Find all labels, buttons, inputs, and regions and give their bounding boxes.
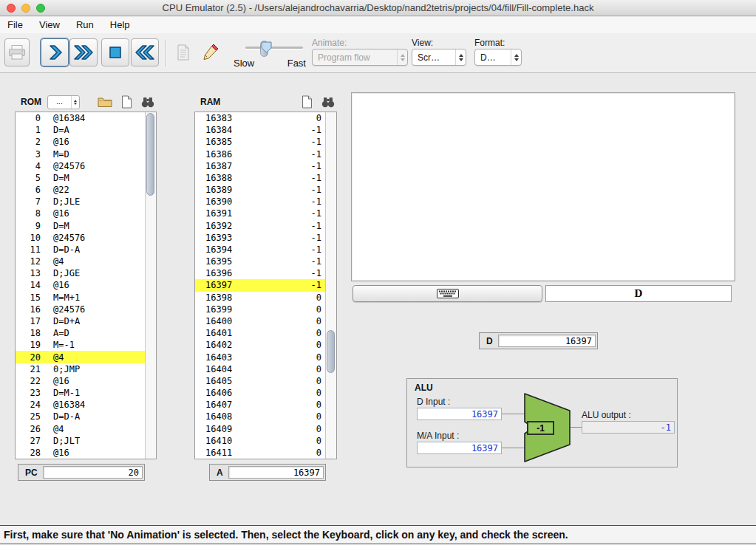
ram-scrollbar[interactable] — [325, 112, 336, 459]
rom-scrollbar[interactable] — [145, 112, 156, 459]
rom-row-address: 20 — [16, 352, 41, 363]
ram-row[interactable]: 164080 — [195, 411, 325, 422]
rom-row[interactable]: 27D;JLT — [16, 435, 145, 447]
ram-row[interactable]: 16386-1 — [195, 148, 325, 160]
animate-select[interactable]: Program flow — [312, 49, 408, 66]
pc-value-field[interactable]: 20 — [43, 466, 143, 479]
rom-row[interactable]: 2@16 — [16, 136, 145, 148]
screen-display — [351, 92, 735, 281]
rom-row[interactable]: 11D=D-A — [16, 244, 145, 256]
ram-row-address: 16403 — [205, 352, 232, 363]
ram-row-value: -1 — [311, 196, 321, 207]
print-button[interactable] — [4, 38, 30, 66]
ram-search-button[interactable] — [319, 95, 337, 109]
ram-row[interactable]: 163980 — [195, 292, 325, 304]
single-step-button[interactable] — [41, 38, 69, 66]
rom-row[interactable]: 8@16 — [16, 208, 145, 219]
rom-row[interactable]: 18A=D — [16, 327, 145, 339]
menu-help[interactable]: Help — [102, 17, 138, 33]
rom-row[interactable]: 13D;JGE — [16, 267, 145, 279]
ram-row[interactable]: 16397-1 — [195, 279, 325, 291]
ram-row[interactable]: 163990 — [195, 304, 325, 315]
rom-row[interactable]: 210;JMP — [16, 363, 145, 375]
ram-row[interactable]: 16385-1 — [195, 136, 325, 148]
rom-row[interactable]: 0@16384 — [16, 112, 145, 124]
a-value-field[interactable]: 16397 — [228, 466, 324, 479]
ram-row[interactable]: 163830 — [195, 112, 325, 124]
ram-row[interactable]: 164090 — [195, 422, 325, 434]
menu-file[interactable]: File — [7, 17, 31, 33]
d-value-field[interactable]: 16397 — [498, 335, 596, 347]
rom-row[interactable]: 19M=-1 — [16, 339, 145, 351]
ram-row[interactable]: 164000 — [195, 315, 325, 327]
rom-row[interactable]: 6@22 — [16, 184, 145, 196]
ram-row[interactable]: 164060 — [195, 387, 325, 399]
slider-thumb[interactable] — [260, 41, 268, 57]
ram-row-address: 16383 — [205, 113, 232, 123]
ram-row[interactable]: 16387-1 — [195, 160, 325, 172]
rom-row[interactable]: 5D=M — [16, 172, 145, 184]
rom-row[interactable]: 23D=M-1 — [16, 387, 145, 399]
rom-row[interactable]: 14@16 — [16, 279, 145, 291]
edit-breakpoints-button[interactable] — [198, 41, 222, 64]
ram-row[interactable]: 16390-1 — [195, 196, 325, 208]
ram-row[interactable]: 164020 — [195, 339, 325, 351]
rom-row[interactable]: 3M=D — [16, 148, 145, 160]
view-select[interactable]: Scr… — [412, 49, 466, 66]
rom-row[interactable]: 1D=A — [16, 124, 145, 136]
rom-search-button[interactable] — [139, 95, 157, 109]
ram-row[interactable]: 16384-1 — [195, 124, 325, 136]
rom-row[interactable]: 22@16 — [16, 375, 145, 387]
ram-row[interactable]: 164040 — [195, 363, 325, 375]
rom-row[interactable]: 20@4 — [16, 351, 145, 363]
ram-scrollbar-thumb[interactable] — [327, 330, 335, 373]
rom-row[interactable]: 15M=M+1 — [16, 292, 145, 304]
menu-run[interactable]: Run — [68, 17, 102, 33]
ram-row[interactable]: 164010 — [195, 327, 325, 339]
ram-row-address: 16393 — [205, 233, 232, 243]
rom-load-button[interactable] — [96, 95, 114, 109]
rom-clear-button[interactable] — [118, 95, 135, 109]
rom-row[interactable]: 28@16 — [16, 447, 145, 459]
rom-row-value: D=D-A — [53, 411, 80, 422]
ram-row-address: 16390 — [205, 196, 232, 207]
ram-row[interactable]: 16388-1 — [195, 172, 325, 184]
rom-format-select[interactable]: ... — [47, 95, 80, 109]
format-select[interactable]: D… — [474, 49, 522, 66]
stop-button[interactable] — [101, 38, 129, 66]
rom-scrollbar-thumb[interactable] — [146, 113, 154, 196]
rom-row[interactable]: 10@24576 — [16, 232, 145, 244]
ram-row[interactable]: 16392-1 — [195, 220, 325, 232]
ram-row[interactable]: 164100 — [195, 435, 325, 447]
rom-row[interactable]: 26@4 — [16, 422, 145, 434]
rom-row[interactable]: 9D=M — [16, 220, 145, 232]
ram-clear-button[interactable] — [298, 95, 316, 109]
ram-row[interactable]: 16395-1 — [195, 256, 325, 267]
ram-row[interactable]: 164050 — [195, 375, 325, 387]
ram-row-value: 0 — [316, 424, 321, 434]
run-button[interactable] — [69, 38, 98, 66]
rom-row[interactable]: 12@4 — [16, 256, 145, 267]
rom-row[interactable]: 7D;JLE — [16, 196, 145, 208]
ram-row[interactable]: 16393-1 — [195, 232, 325, 244]
menu-view[interactable]: View — [31, 17, 68, 33]
ram-row-value: 0 — [316, 364, 321, 374]
ram-row[interactable]: 164070 — [195, 399, 325, 411]
ram-row[interactable]: 164030 — [195, 351, 325, 363]
rom-row[interactable]: 24@16384 — [16, 399, 145, 411]
ram-row[interactable]: 16389-1 — [195, 184, 325, 196]
ram-row-value: -1 — [311, 244, 321, 255]
rom-row[interactable]: 16@24576 — [16, 304, 145, 315]
ram-row[interactable]: 16394-1 — [195, 244, 325, 256]
script-button[interactable] — [171, 41, 195, 64]
reset-button[interactable] — [131, 38, 159, 66]
rom-row[interactable]: 4@24576 — [16, 160, 145, 172]
rom-row[interactable]: 25D=D-A — [16, 411, 145, 422]
keyboard-button[interactable] — [353, 285, 542, 302]
ram-row[interactable]: 16391-1 — [195, 208, 325, 219]
ram-row[interactable]: 16396-1 — [195, 267, 325, 279]
ram-row-value: 0 — [316, 316, 321, 326]
rom-row[interactable]: 17D=D+A — [16, 315, 145, 327]
ram-row[interactable]: 164110 — [195, 447, 325, 459]
slider-track[interactable] — [245, 47, 303, 49]
